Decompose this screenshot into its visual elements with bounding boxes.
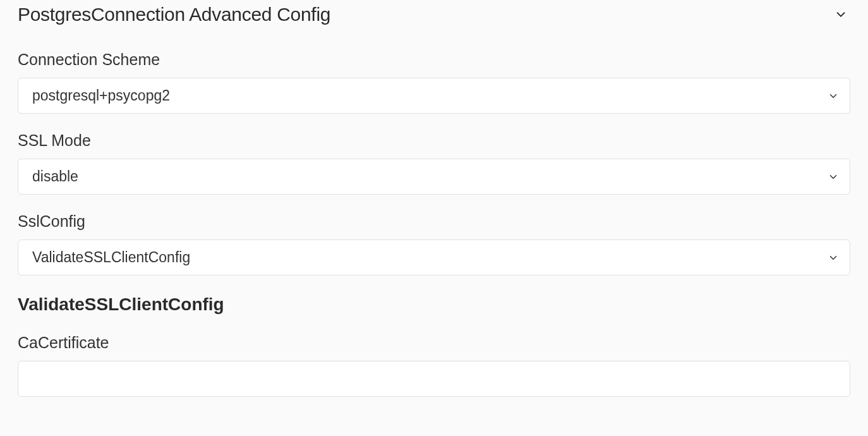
connection-scheme-label: Connection Scheme (18, 51, 850, 69)
ssl-config-field: SslConfig ValidateSSLClientConfig (18, 212, 850, 276)
section-title: PostgresConnection Advanced Config (18, 4, 330, 25)
ssl-mode-select[interactable]: disable (18, 159, 850, 195)
ssl-mode-label: SSL Mode (18, 131, 850, 150)
ca-certificate-field: CaCertificate (18, 334, 850, 397)
ca-certificate-input[interactable] (18, 361, 850, 397)
ssl-config-label: SslConfig (18, 212, 850, 231)
connection-scheme-field: Connection Scheme postgresql+psycopg2 (18, 51, 850, 114)
ssl-config-select[interactable]: ValidateSSLClientConfig (18, 239, 850, 276)
ca-certificate-label: CaCertificate (18, 334, 850, 352)
chevron-down-icon (834, 8, 848, 21)
ssl-config-value: ValidateSSLClientConfig (32, 249, 819, 266)
connection-scheme-select[interactable]: postgresql+psycopg2 (18, 78, 850, 114)
connection-scheme-value: postgresql+psycopg2 (32, 87, 819, 104)
section-header: PostgresConnection Advanced Config (18, 0, 850, 51)
ssl-mode-value: disable (32, 168, 819, 185)
collapse-toggle[interactable] (831, 5, 850, 24)
ssl-mode-field: SSL Mode disable (18, 131, 850, 195)
subsection-title: ValidateSSLClientConfig (18, 294, 850, 315)
